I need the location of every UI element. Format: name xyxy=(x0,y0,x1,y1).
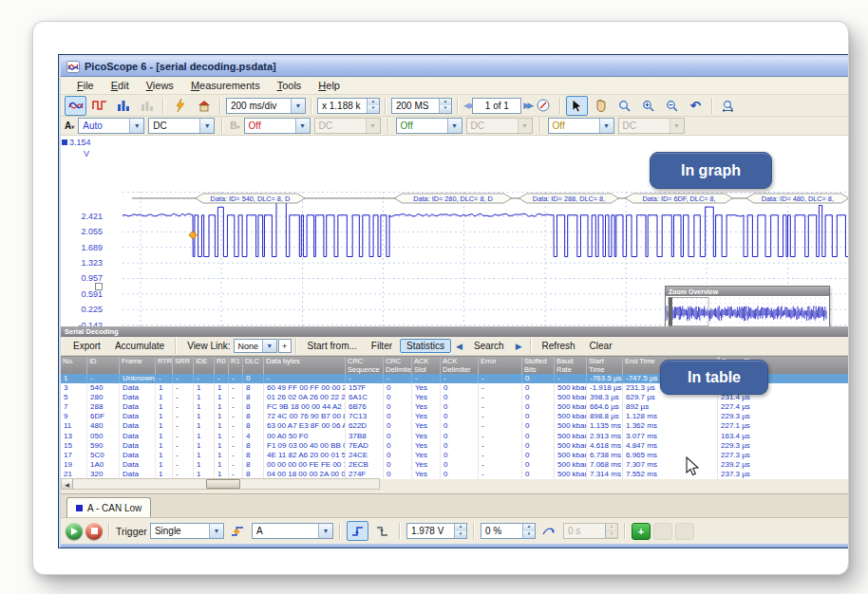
filter-button[interactable]: Filter xyxy=(365,339,399,353)
accumulate-button[interactable]: Accumulate xyxy=(108,339,171,353)
menu-item-views[interactable]: Views xyxy=(138,78,182,93)
menu-item-file[interactable]: File xyxy=(68,78,103,93)
table-header-cell[interactable]: R1 xyxy=(229,357,243,374)
table-header-cell[interactable]: Data bytes xyxy=(264,357,346,374)
view-link-select[interactable]: None ▼ xyxy=(234,339,277,353)
go-button[interactable] xyxy=(66,523,83,540)
rising-edge-button[interactable] xyxy=(347,521,368,541)
menu-item-measurements[interactable]: Measurements xyxy=(182,78,269,93)
spinner-arrows[interactable]: ▲▼ xyxy=(522,524,535,538)
samples-spinner[interactable]: 200 MS ▲▼ xyxy=(391,98,452,114)
table-h-scrollbar[interactable]: ◀ xyxy=(61,478,380,490)
serial-decoding-title[interactable]: Serial Decoding xyxy=(61,326,849,337)
table-row[interactable]: 13050Data1-11-400 A0 50 F037B80Yes0-0500… xyxy=(61,432,849,441)
channel-b-button[interactable]: B▾ xyxy=(230,121,239,131)
channel-a-button[interactable]: A▾ xyxy=(65,121,74,131)
chevron-down-icon[interactable]: ▼ xyxy=(295,119,310,133)
hand-tool-button[interactable] xyxy=(590,96,612,116)
auto-setup-button[interactable] xyxy=(169,96,191,116)
table-header-cell[interactable]: CRC Sequence xyxy=(346,357,384,374)
home-button[interactable] xyxy=(193,96,215,116)
stop-button[interactable] xyxy=(85,523,103,540)
zoom-factor-spinner[interactable]: x 1.188 k ▲▼ xyxy=(317,98,380,114)
table-header-cell[interactable]: No. xyxy=(61,357,87,374)
menu-item-edit[interactable]: Edit xyxy=(103,78,138,93)
clear-button[interactable]: Clear xyxy=(583,339,619,353)
table-header-cell[interactable]: Start Time xyxy=(587,357,623,374)
table-row[interactable]: 96DFData1-11-872 4C 00 76 90 B7 00 827C1… xyxy=(61,412,849,421)
channel-b-range-select[interactable]: Off ▼ xyxy=(244,118,311,134)
spinner-arrows[interactable]: ▲▼ xyxy=(454,524,466,538)
table-row[interactable]: 11480Data1-11-863 00 A7 E3 8F 00 06 AE62… xyxy=(61,421,849,431)
table-header-cell[interactable]: DLC xyxy=(243,357,264,374)
zoom-full-button[interactable] xyxy=(718,96,740,116)
y-axis-top-marker[interactable]: 3.154 xyxy=(62,138,91,147)
table-header-cell[interactable]: SRR xyxy=(173,357,194,374)
trigger-level-spinner[interactable]: 1.978 V ▲▼ xyxy=(406,523,467,539)
channel-a-coupling-select[interactable]: DC ▼ xyxy=(148,118,215,134)
post-trigger-button[interactable] xyxy=(538,521,560,541)
next-buffer-button[interactable]: ▶▶ xyxy=(523,101,530,110)
table-header-cell[interactable]: RTR xyxy=(156,357,173,374)
prev-buffer-button[interactable]: ◀◀ xyxy=(463,101,470,110)
zoom-out-button[interactable] xyxy=(661,96,683,116)
table-header-cell[interactable]: IDE xyxy=(194,357,215,374)
table-row[interactable]: 191A0Data1-11-800 00 00 00 FE FE 00 132E… xyxy=(61,460,849,470)
search-next-button[interactable]: ▶ xyxy=(512,342,526,351)
spinner-arrows[interactable]: ▲▼ xyxy=(367,99,379,113)
spectrum-mode-button[interactable] xyxy=(112,96,134,116)
spinner-arrows[interactable]: ▲▼ xyxy=(439,99,451,113)
menu-item-tools[interactable]: Tools xyxy=(269,78,311,93)
chevron-down-icon[interactable]: ▼ xyxy=(318,524,332,538)
export-button[interactable]: Export xyxy=(66,339,107,353)
scrollbar-thumb[interactable] xyxy=(206,479,240,489)
chevron-down-icon[interactable]: ▼ xyxy=(262,340,275,352)
trigger-source-select[interactable]: A ▼ xyxy=(252,523,333,539)
chevron-down-icon[interactable]: ▼ xyxy=(291,99,305,113)
marquee-zoom-button[interactable] xyxy=(613,96,635,116)
table-row[interactable]: 7288Data1-11-8FC 9B 18 00 00 44 A2 186B7… xyxy=(61,402,849,412)
buffer-navigator-button[interactable] xyxy=(533,96,555,116)
table-header-cell[interactable]: Baud Rate xyxy=(555,357,587,374)
channel-d-range-select[interactable]: Off ▼ xyxy=(548,118,614,134)
add-measurement-button[interactable]: + xyxy=(632,523,651,540)
chevron-down-icon[interactable]: ▼ xyxy=(209,524,223,538)
search-button[interactable]: Search xyxy=(467,339,511,353)
table-header-cell[interactable]: R0 xyxy=(215,357,229,374)
persistence-mode-button[interactable] xyxy=(88,96,110,116)
table-row[interactable]: 175C0Data1-11-84E 11 82 A6 20 00 01 5A24… xyxy=(61,451,849,460)
axis-offset-handle[interactable] xyxy=(95,283,103,290)
search-prev-button[interactable]: ◀ xyxy=(452,342,466,351)
zoom-in-button[interactable] xyxy=(637,96,659,116)
tab-a-can-low[interactable]: A - CAN Low xyxy=(66,497,151,518)
pointer-tool-button[interactable] xyxy=(566,96,588,116)
table-header-cell[interactable]: Frame xyxy=(120,357,156,374)
refresh-button[interactable]: Refresh xyxy=(536,339,582,353)
table-header-cell[interactable]: ACK Delimiter xyxy=(441,357,479,374)
pre-trigger-spinner[interactable]: 0 % ▲▼ xyxy=(481,523,536,539)
scroll-left-icon[interactable]: ◀ xyxy=(62,479,73,489)
add-view-link-button[interactable]: + xyxy=(278,339,292,353)
scope-mode-button[interactable] xyxy=(65,96,86,116)
channel-a-range-select[interactable]: Auto ▼ xyxy=(78,118,144,134)
table-header-cell[interactable]: ACK Slot xyxy=(412,357,441,374)
statistics-button[interactable]: Statistics xyxy=(400,339,451,353)
undo-zoom-button[interactable]: ↶ xyxy=(685,96,707,116)
table-row[interactable]: 15590Data1-11-8F1 09 03 00 40 00 BB 007E… xyxy=(61,441,849,451)
table-header-cell[interactable]: Error xyxy=(479,357,522,374)
chevron-down-icon[interactable]: ▼ xyxy=(599,119,613,133)
start-from-button[interactable]: Start from... xyxy=(301,339,364,353)
falling-edge-button[interactable] xyxy=(371,521,393,541)
trigger-marker-button[interactable] xyxy=(227,521,249,541)
table-header-cell[interactable]: Stuffed Bits xyxy=(522,357,555,374)
chevron-down-icon[interactable]: ▼ xyxy=(199,119,214,133)
chevron-down-icon[interactable]: ▼ xyxy=(447,119,462,133)
timebase-select[interactable]: 200 ms/div ▼ xyxy=(226,98,306,114)
table-header-cell[interactable]: CRC Delimiter xyxy=(384,357,412,374)
table-header-cell[interactable]: ID xyxy=(87,357,120,374)
chevron-down-icon[interactable]: ▼ xyxy=(129,119,143,133)
zoom-overview-panel[interactable]: Zoom Overview xyxy=(665,286,830,332)
channel-c-range-select[interactable]: Off ▼ xyxy=(396,118,462,134)
trigger-mode-select[interactable]: Single ▼ xyxy=(150,523,224,539)
menu-item-help[interactable]: Help xyxy=(310,78,349,93)
